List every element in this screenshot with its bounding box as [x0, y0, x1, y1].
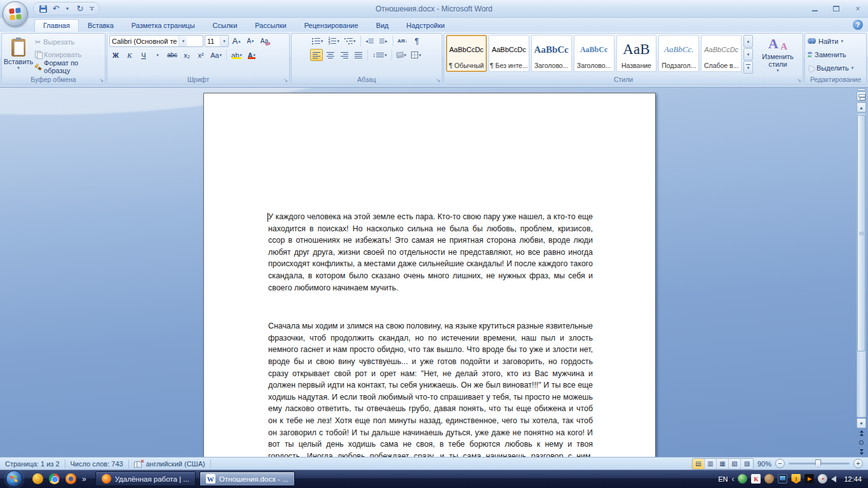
zoom-out-button[interactable]: −	[775, 459, 785, 468]
shrink-font-button[interactable]: А▾	[244, 35, 257, 47]
increase-indent-button[interactable]: ▸	[377, 35, 390, 47]
style-heading1[interactable]: AaBbCc Заголово...	[531, 35, 572, 72]
numbering-button[interactable]: 123 ▾	[326, 35, 341, 47]
decrease-indent-button[interactable]: ◂	[363, 35, 376, 47]
style-heading2[interactable]: AaBbCc Заголово...	[574, 35, 614, 72]
superscript-button[interactable]: x²	[194, 49, 207, 61]
style-title[interactable]: AaB Название	[616, 35, 657, 72]
tab-page-layout[interactable]: Разметка страницы	[123, 19, 204, 32]
word-count[interactable]: Число слов: 743	[65, 458, 128, 470]
paragraph-dialog-launcher[interactable]: ↘	[436, 78, 440, 83]
fullscreen-reading-view-button[interactable]: ▥	[705, 459, 717, 469]
firefox-icon[interactable]	[65, 473, 76, 484]
strikethrough-button[interactable]: abc	[165, 49, 179, 61]
next-page-button[interactable]	[857, 447, 866, 457]
style-no-spacing[interactable]: AaBbCcDc ¶ Без инте...	[489, 35, 529, 72]
select-button[interactable]: Выделить ▾	[808, 62, 864, 73]
gallery-down-button[interactable]: ▾	[743, 48, 753, 61]
restore-button[interactable]	[830, 4, 843, 13]
scroll-down-button[interactable]: ▼	[857, 418, 866, 428]
multilevel-list-button[interactable]: ▾	[342, 35, 358, 47]
scrollbar-track[interactable]	[857, 113, 866, 417]
change-case-button[interactable]: Aa▾	[208, 49, 224, 61]
document-page[interactable]: У каждого человека на этой земле есть па…	[203, 93, 656, 457]
tab-view[interactable]: Вид	[367, 19, 398, 32]
network-globe-icon[interactable]	[738, 474, 747, 484]
style-subtitle[interactable]: AaBbCc. Подзагол...	[658, 35, 699, 72]
language-indicator[interactable]: EN	[718, 475, 728, 483]
zoom-in-button[interactable]: +	[853, 459, 863, 468]
align-left-button[interactable]	[310, 49, 323, 61]
style-subtle-emphasis[interactable]: AaBbCcDc Слабое в...	[701, 35, 742, 72]
sort-button[interactable]: АЯ↓	[396, 35, 410, 47]
tab-insert[interactable]: Вставка	[79, 19, 123, 32]
security-alert-icon[interactable]: !	[791, 474, 801, 484]
bullets-button[interactable]: ▾	[310, 35, 325, 47]
line-spacing-button[interactable]: ↕▾	[370, 49, 389, 61]
font-dialog-launcher[interactable]: ↘	[283, 78, 288, 83]
ruler-toggle-button[interactable]	[857, 92, 866, 101]
tab-addins[interactable]: Надстройки	[398, 19, 454, 32]
select-browse-object-button[interactable]	[857, 438, 866, 447]
taskbar-button-browser[interactable]: Удалённая работа | ...	[95, 471, 196, 486]
italic-button[interactable]: К	[123, 49, 136, 61]
help-button[interactable]: ?	[853, 20, 863, 30]
bold-button[interactable]: Ж	[109, 49, 122, 61]
minimize-button[interactable]	[808, 4, 821, 13]
previous-page-button[interactable]	[857, 428, 866, 438]
cut-button[interactable]: ✂ Вырезать	[33, 36, 103, 48]
tray-collapse-icon[interactable]: ‹	[731, 475, 734, 484]
volume-icon[interactable]	[831, 476, 836, 482]
align-right-button[interactable]	[338, 49, 351, 61]
zoom-slider-thumb[interactable]	[815, 459, 821, 468]
overflow-chevron-icon[interactable]: »	[82, 475, 86, 484]
web-layout-view-button[interactable]: ▦	[717, 459, 729, 469]
taskbar-button-word[interactable]: W Отношения.docx - ...	[200, 471, 295, 486]
network-monitor-icon[interactable]	[778, 474, 787, 484]
zoom-slider[interactable]	[789, 463, 850, 464]
font-color-button[interactable]: А▾	[245, 49, 258, 61]
scrollbar-thumb[interactable]	[857, 115, 865, 351]
tray-app-icon[interactable]	[764, 474, 774, 484]
tab-references[interactable]: Ссылки	[204, 19, 247, 32]
underline-dropdown[interactable]: ▾	[151, 49, 164, 61]
gallery-up-button[interactable]: ▴	[743, 35, 753, 48]
clear-formatting-button[interactable]: Аа	[258, 35, 271, 47]
grow-font-button[interactable]: А▴	[230, 35, 243, 47]
page-indicator[interactable]: Страница: 1 из 2	[0, 458, 65, 470]
style-normal[interactable]: AaBbCcDc ¶ Обычный	[446, 35, 487, 72]
close-button[interactable]: ×	[851, 4, 864, 13]
office-button[interactable]	[3, 1, 28, 27]
zoom-level[interactable]: 90%	[757, 460, 771, 468]
font-family-combo[interactable]: Calibri (Основной те ▾	[109, 35, 203, 47]
outline-view-button[interactable]: ▧	[729, 459, 741, 469]
tab-home[interactable]: Главная	[34, 19, 79, 32]
chrome-icon[interactable]	[49, 473, 60, 484]
draft-view-button[interactable]: ▨	[741, 459, 753, 469]
replace-button[interactable]: abac Заменить	[808, 49, 864, 60]
antivirus-icon[interactable]: K	[751, 474, 761, 484]
change-styles-button[interactable]: AA Изменить стили ▾	[755, 35, 801, 74]
justify-button[interactable]	[352, 49, 365, 61]
gallery-more-button[interactable]: ▾	[743, 61, 753, 74]
tab-review[interactable]: Рецензирование	[295, 19, 367, 32]
split-handle[interactable]	[857, 88, 865, 91]
print-layout-view-button[interactable]: ▤	[693, 459, 705, 469]
offline-status-icon[interactable]: ×	[818, 474, 827, 484]
taskbar-clock[interactable]: 12:44	[844, 475, 862, 483]
align-center-button[interactable]	[324, 49, 337, 61]
copy-button[interactable]: Копировать	[33, 49, 103, 60]
quick-launch-app-icon[interactable]	[32, 473, 43, 484]
subscript-button[interactable]: x₂	[180, 49, 193, 61]
media-player-icon[interactable]: ▶	[804, 474, 814, 484]
underline-button[interactable]: Ч	[137, 49, 150, 61]
shading-button[interactable]: ▾	[395, 49, 409, 61]
find-button[interactable]: Найти ▾	[808, 36, 864, 46]
proofing-status[interactable]: × английский (США)	[129, 458, 210, 470]
font-size-combo[interactable]: 11 ▾	[205, 35, 229, 47]
borders-button[interactable]: ▾	[409, 49, 423, 61]
start-button[interactable]	[6, 470, 23, 487]
scroll-up-button[interactable]: ▲	[857, 102, 866, 112]
show-paragraph-marks-button[interactable]: ¶	[410, 35, 423, 47]
clipboard-dialog-launcher[interactable]: ↘	[99, 78, 104, 83]
